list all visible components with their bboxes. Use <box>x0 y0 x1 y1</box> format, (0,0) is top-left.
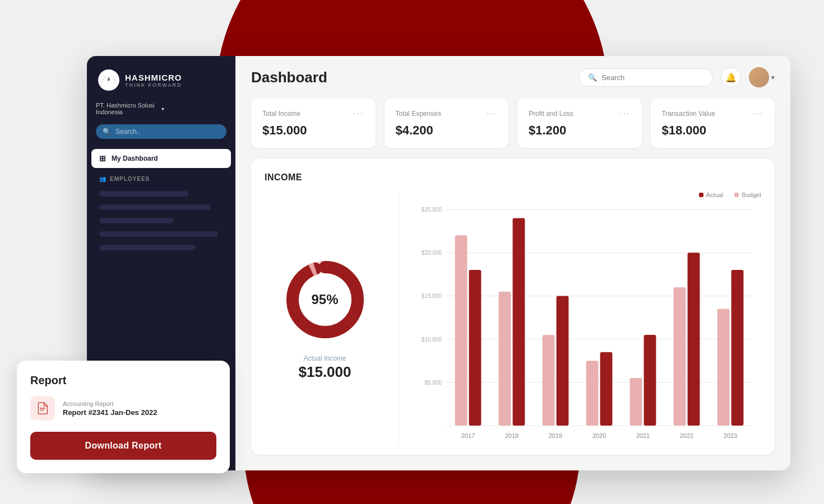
metric-header-profit: Profit and Loss ··· <box>529 109 631 119</box>
svg-text:2019: 2019 <box>549 432 562 439</box>
dashboard-icon: ⊞ <box>99 154 106 163</box>
svg-rect-16 <box>469 270 482 426</box>
svg-rect-28 <box>644 335 656 426</box>
sidebar-search-input[interactable] <box>115 128 220 136</box>
metric-more-profit[interactable]: ··· <box>619 109 630 119</box>
actual-income-value: $15.000 <box>299 363 351 381</box>
report-info: Accounting Report Report #2341 Jan-Des 2… <box>63 400 216 417</box>
sidebar-search-container[interactable]: 🔍 <box>96 124 226 139</box>
global-search-input[interactable] <box>601 73 703 82</box>
svg-text:2022: 2022 <box>680 432 693 439</box>
actual-income-label: Actual Income <box>303 354 346 362</box>
metric-card-expenses: Total Expenses ··· $4.200 <box>385 99 509 148</box>
header-right: 🔍 🔔 ▾ <box>578 67 775 87</box>
report-file-icon <box>30 396 55 421</box>
notification-button[interactable]: 🔔 <box>721 67 741 87</box>
avatar-image <box>749 67 769 87</box>
legend-dot-actual <box>699 193 703 197</box>
report-file-name: Report #2341 Jan-Des 2022 <box>63 408 216 417</box>
svg-text:$10.000: $10.000 <box>422 337 442 343</box>
legend-budget: Budget <box>734 192 761 198</box>
user-dropdown[interactable]: ▾ <box>749 67 775 87</box>
header: Dashboard 🔍 🔔 ▾ <box>235 56 790 99</box>
income-body: 95% Actual Income $15.000 Actual <box>265 192 761 444</box>
svg-rect-25 <box>600 352 613 426</box>
svg-rect-18 <box>499 292 511 426</box>
legend-actual: Actual <box>699 192 724 198</box>
employees-icon: 👥 <box>99 176 107 182</box>
brand-name: HASHMICRO <box>125 73 182 82</box>
income-section: INCOME <box>251 159 775 455</box>
svg-rect-27 <box>630 378 642 426</box>
main-content: Dashboard 🔍 🔔 ▾ <box>235 56 790 470</box>
metric-label-transaction: Transaction Value <box>662 110 715 118</box>
svg-text:2018: 2018 <box>505 432 519 439</box>
logo-text: HASHMICRO THINK FORWARD <box>125 73 182 88</box>
company-chevron-icon: ▾ <box>161 106 227 112</box>
svg-rect-34 <box>732 270 744 426</box>
sidebar-skeleton-4 <box>99 231 218 237</box>
svg-text:#: # <box>107 77 110 82</box>
user-chevron-icon: ▾ <box>771 74 775 81</box>
metric-more-expenses[interactable]: ··· <box>487 109 497 119</box>
metric-label-profit: Profit and Loss <box>529 110 573 118</box>
brand-tagline: THINK FORWARD <box>125 82 182 88</box>
svg-rect-21 <box>543 335 555 426</box>
svg-text:$15.000: $15.000 <box>422 293 442 299</box>
svg-rect-31 <box>688 253 700 426</box>
sidebar-search-icon: 🔍 <box>103 128 111 136</box>
sidebar-skeleton-2 <box>99 204 211 210</box>
global-search-bar[interactable]: 🔍 <box>578 68 713 87</box>
sidebar-item-dashboard[interactable]: ⊞ My Dashboard <box>91 149 231 168</box>
sidebar-skeleton-5 <box>99 245 196 250</box>
svg-rect-19 <box>513 218 525 426</box>
svg-text:2020: 2020 <box>592 432 606 439</box>
metric-label-expenses: Total Expenses <box>396 110 441 118</box>
legend-label-budget: Budget <box>742 192 761 198</box>
report-file-type: Accounting Report <box>63 400 216 407</box>
metric-header-transaction: Transaction Value ··· <box>662 109 764 119</box>
bar-chart-area: Actual Budget $5.000$10.000$15.000$20.00… <box>399 192 761 444</box>
metric-more-income[interactable]: ··· <box>353 109 364 119</box>
file-icon-svg <box>36 402 49 414</box>
svg-text:2017: 2017 <box>461 432 475 439</box>
company-selector[interactable]: PT. Hashmicro Solusi Indonesia ▾ <box>96 102 226 115</box>
download-report-button[interactable]: Download Report <box>30 432 216 460</box>
metric-more-transaction[interactable]: ··· <box>753 109 763 119</box>
bar-chart-svg: $5.000$10.000$15.000$20.000$25.000201720… <box>413 203 761 444</box>
metric-value-expenses: $4.200 <box>396 123 498 138</box>
svg-rect-15 <box>455 235 467 426</box>
report-popup: Report Accounting Report Report #2341 Ja… <box>17 361 230 473</box>
metric-card-transaction: Transaction Value ··· $18.000 <box>651 99 775 148</box>
metric-label-income: Total Income <box>262 110 300 118</box>
search-icon: 🔍 <box>588 73 597 82</box>
sidebar-item-label: My Dashboard <box>112 155 158 162</box>
svg-text:2023: 2023 <box>724 432 737 439</box>
metric-value-income: $15.000 <box>262 123 364 138</box>
company-name: PT. Hashmicro Solusi Indonesia <box>96 102 161 115</box>
sidebar-section-employees: 👥 EMPLOYEES <box>87 169 235 185</box>
metric-value-profit: $1.200 <box>529 123 631 138</box>
notification-icon: 🔔 <box>725 72 737 83</box>
user-avatar <box>749 67 769 87</box>
legend-dot-budget <box>734 193 739 197</box>
svg-rect-22 <box>557 296 569 426</box>
donut-area: 95% Actual Income $15.000 <box>265 192 399 444</box>
income-title: INCOME <box>265 172 761 183</box>
donut-chart: 95% <box>280 255 370 344</box>
chart-legend: Actual Budget <box>413 192 761 198</box>
page-title: Dashboard <box>251 69 327 86</box>
metric-header-income: Total Income ··· <box>262 109 364 119</box>
svg-text:2021: 2021 <box>636 432 650 439</box>
sidebar-skeleton-1 <box>99 191 188 197</box>
metrics-row: Total Income ··· $15.000 Total Expenses … <box>235 99 790 159</box>
metric-card-income: Total Income ··· $15.000 <box>251 99 376 148</box>
svg-text:$5.000: $5.000 <box>424 380 442 386</box>
metric-value-transaction: $18.000 <box>662 123 764 138</box>
report-item: Accounting Report Report #2341 Jan-Des 2… <box>30 396 216 421</box>
svg-text:$25.000: $25.000 <box>422 207 442 213</box>
legend-label-actual: Actual <box>706 192 724 198</box>
donut-percent: 95% <box>311 292 338 307</box>
sidebar-skeleton-3 <box>99 218 174 223</box>
svg-rect-33 <box>717 309 730 426</box>
